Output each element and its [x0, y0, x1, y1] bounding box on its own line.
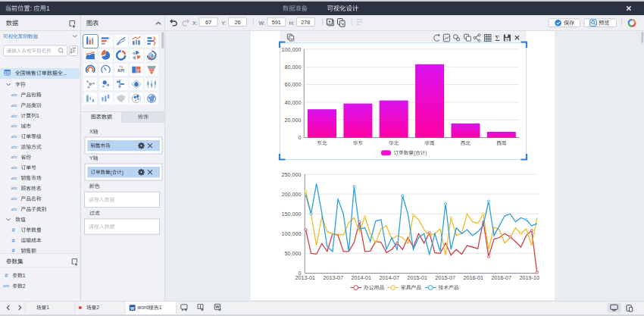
svg-text:): )	[122, 170, 123, 176]
svg-text:#: #	[5, 272, 8, 279]
svg-text:X: X	[89, 129, 93, 134]
svg-text:67: 67	[205, 19, 211, 26]
svg-text:0: 0	[299, 134, 302, 141]
svg-text:2014-07: 2014-07	[380, 274, 399, 281]
svg-text:X:: X:	[192, 20, 198, 26]
svg-text:591: 591	[272, 19, 281, 26]
svg-text:150,000: 150,000	[282, 211, 302, 217]
svg-text:abc: abc	[11, 114, 18, 118]
svg-text:2: 2	[23, 283, 26, 289]
svg-text:abc: abc	[3, 283, 10, 288]
svg-text:2016-01: 2016-01	[464, 274, 483, 281]
svg-text:abc: abc	[11, 186, 18, 190]
svg-text:200,000: 200,000	[282, 191, 302, 198]
svg-text:word: word	[137, 305, 149, 310]
svg-text:Y:: Y:	[221, 20, 226, 26]
svg-text:abc: abc	[11, 134, 18, 139]
svg-text:Y: Y	[89, 155, 93, 161]
svg-text:abc: abc	[11, 165, 18, 170]
svg-text:2015-07: 2015-07	[436, 274, 455, 281]
svg-text:abc: abc	[11, 176, 18, 180]
svg-text:1: 1	[36, 113, 39, 118]
svg-text:20,000: 20,000	[285, 117, 302, 124]
svg-text:Σ: Σ	[495, 34, 499, 42]
svg-text:40,000: 40,000	[285, 99, 302, 106]
svg-text:(: (	[414, 150, 416, 156]
svg-text:2016-07: 2016-07	[492, 274, 511, 281]
svg-text:2019-10: 2019-10	[520, 274, 539, 281]
svg-text:H:: H:	[289, 20, 295, 26]
svg-text:W:: W:	[259, 20, 265, 26]
svg-text::: :	[30, 5, 32, 12]
svg-text:abc: abc	[11, 196, 18, 201]
svg-text:250,000: 250,000	[282, 171, 302, 178]
svg-text:1: 1	[23, 273, 26, 278]
svg-text:W: W	[130, 306, 135, 311]
svg-text:abc: abc	[11, 103, 18, 108]
svg-text:abc: abc	[11, 92, 18, 97]
svg-text:1: 1	[46, 5, 50, 12]
svg-text:#: #	[12, 237, 16, 244]
svg-text:2015-01: 2015-01	[408, 274, 427, 281]
svg-text:2013-01: 2013-01	[295, 274, 315, 281]
svg-text:26: 26	[234, 19, 240, 26]
svg-text:): )	[425, 150, 427, 156]
svg-text:278: 278	[301, 19, 310, 26]
svg-text:abc: abc	[11, 124, 18, 128]
svg-text:#: #	[12, 247, 16, 254]
svg-text:...: ...	[63, 70, 67, 76]
svg-text:2: 2	[96, 305, 99, 310]
svg-text:2013-07: 2013-07	[324, 274, 343, 281]
svg-text:KPI: KPI	[117, 68, 124, 73]
svg-text:2014-01: 2014-01	[352, 274, 371, 281]
svg-text:60,000: 60,000	[285, 81, 302, 88]
svg-text:abc: abc	[11, 145, 18, 149]
svg-text:100,000: 100,000	[282, 230, 302, 237]
svg-text:50,000: 50,000	[285, 250, 302, 257]
svg-text:80,000: 80,000	[285, 64, 302, 70]
svg-text:abc: abc	[11, 207, 18, 211]
svg-text:1: 1	[46, 305, 49, 310]
svg-text:1: 1	[159, 305, 162, 310]
svg-text:100,000: 100,000	[282, 46, 302, 53]
svg-text:#: #	[12, 227, 16, 233]
svg-text:abc: abc	[11, 155, 18, 159]
